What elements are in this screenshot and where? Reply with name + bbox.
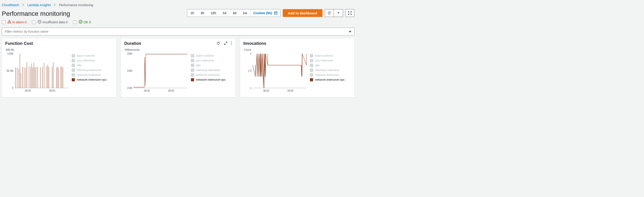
- insufficient-count: 0: [66, 20, 68, 24]
- chart-legend: bash-runtimecpu-intensiveidlememory-inte…: [310, 52, 351, 93]
- chart-card: InvocationsCount12.5406:0009:00bash-runt…: [240, 38, 354, 97]
- in-alarm-checkbox[interactable]: [2, 20, 6, 24]
- chart-refresh-button[interactable]: [216, 41, 220, 46]
- range-3d-button[interactable]: 3d: [230, 9, 240, 17]
- chart-plot[interactable]: 216k238k259k06:0009:00: [124, 52, 188, 93]
- svg-text:2.5: 2.5: [248, 69, 252, 72]
- range-1d-button[interactable]: 1d: [220, 9, 230, 17]
- ok-count: 0: [89, 20, 91, 24]
- legend-item[interactable]: network-intensive-vpc: [72, 77, 113, 82]
- legend-color-swatch: [310, 73, 313, 77]
- range-custom-label: Custom (6h): [253, 11, 272, 15]
- svg-text:216k: 216k: [127, 86, 132, 89]
- breadcrumb-level1[interactable]: Lambda Insights: [28, 3, 51, 7]
- legend-color-swatch: [310, 78, 313, 81]
- range-12h-button[interactable]: 12h: [208, 9, 220, 17]
- chart-card: DurationMilliseconds216k238k259k06:0009:…: [121, 38, 235, 97]
- svg-text:06:00: 06:00: [144, 89, 150, 92]
- legend-item[interactable]: network-intensive: [191, 72, 232, 77]
- svg-text:09:00: 09:00: [287, 89, 293, 92]
- in-alarm-count: 0: [25, 20, 27, 24]
- svg-rect-4: [275, 13, 275, 14]
- chart-plot[interactable]: 12.5406:0009:00: [244, 52, 308, 93]
- legend-item[interactable]: network-intensive: [72, 72, 113, 77]
- expand-button[interactable]: [345, 9, 354, 17]
- legend-color-swatch: [191, 69, 194, 72]
- filter-dropdown-button[interactable]: [346, 28, 354, 35]
- legend-label: cpu-intensive: [77, 59, 95, 62]
- svg-text:66.3M: 66.3M: [6, 69, 13, 72]
- chart-actions: [216, 41, 232, 46]
- legend-label: bash-runtime: [315, 54, 333, 57]
- breadcrumb: CloudWatch Lambda Insights Performance m…: [0, 0, 356, 9]
- refresh-button[interactable]: [325, 9, 334, 17]
- legend-color-swatch: [191, 59, 194, 62]
- chevron-right-icon: [22, 3, 24, 7]
- range-1h-button[interactable]: 1h: [187, 9, 197, 17]
- legend-color-swatch: [310, 64, 313, 67]
- range-1w-button[interactable]: 1w: [240, 9, 250, 17]
- range-3h-button[interactable]: 3h: [197, 9, 207, 17]
- chart-legend: bash-runtimecpu-intensiveidlememory-inte…: [72, 52, 113, 93]
- calendar-icon: [274, 11, 278, 15]
- caret-down-icon: [337, 12, 340, 14]
- add-to-dashboard-button[interactable]: Add to dashboard: [283, 9, 322, 17]
- legend-label: bash-runtime: [77, 54, 95, 57]
- svg-point-51: [231, 44, 232, 45]
- legend-item[interactable]: cpu-intensive: [72, 58, 113, 63]
- svg-rect-5: [276, 13, 276, 14]
- insufficient-checkbox[interactable]: [32, 20, 36, 24]
- legend-item[interactable]: bash-runtime: [72, 53, 113, 58]
- legend-item[interactable]: cpu-intensive: [191, 58, 232, 63]
- legend-item[interactable]: memory-intensive: [310, 68, 351, 72]
- legend-item[interactable]: cpu-intensive: [310, 58, 351, 63]
- legend-label: memory-intensive: [196, 68, 220, 72]
- insufficient-icon: [38, 20, 42, 25]
- chart-plot[interactable]: 066.3M133M06:0009:00: [5, 52, 70, 93]
- legend-color-swatch: [310, 59, 313, 62]
- legend-color-swatch: [191, 64, 194, 67]
- legend-color-swatch: [72, 78, 75, 81]
- legend-label: cpu-intensive: [315, 59, 333, 62]
- legend-item[interactable]: memory-intensive: [72, 68, 113, 72]
- breadcrumb-root[interactable]: CloudWatch: [2, 3, 19, 7]
- filter-input[interactable]: [2, 28, 346, 35]
- svg-point-50: [231, 43, 232, 43]
- legend-item[interactable]: bash-runtime: [191, 53, 232, 58]
- chart-card: Function CostMB-Ms066.3M133M06:0009:00ba…: [2, 38, 116, 97]
- legend-label: idle: [196, 64, 201, 67]
- legend-item[interactable]: network-intensive: [310, 72, 351, 77]
- expand-icon: [348, 11, 352, 15]
- legend-item[interactable]: bash-runtime: [310, 53, 351, 58]
- legend-color-swatch: [191, 73, 194, 77]
- refresh-dropdown-button[interactable]: [334, 9, 343, 17]
- svg-text:4: 4: [250, 52, 252, 55]
- range-custom-button[interactable]: Custom (6h): [250, 9, 280, 17]
- legend-label: bash-runtime: [196, 54, 214, 57]
- legend-item[interactable]: memory-intensive: [191, 68, 232, 72]
- ok-checkbox[interactable]: [73, 20, 77, 24]
- chevron-right-icon: [54, 3, 56, 7]
- legend-item[interactable]: idle: [191, 63, 232, 68]
- chart-menu-button[interactable]: [231, 41, 232, 46]
- legend-item[interactable]: idle: [72, 63, 113, 68]
- svg-text:238k: 238k: [127, 69, 132, 72]
- chart-expand-button[interactable]: [224, 41, 228, 46]
- alarm-warning-icon: [7, 20, 12, 25]
- legend-label: cpu-intensive: [196, 59, 214, 62]
- ok-icon: [78, 20, 83, 25]
- alarm-status-row: In alarm 0 Insufficient data 0 OK 0: [0, 17, 356, 25]
- legend-item[interactable]: network-intensive-vpc: [191, 77, 232, 82]
- insufficient-label: Insufficient data: [42, 20, 65, 24]
- legend-label: network-intensive: [77, 73, 101, 77]
- legend-item[interactable]: network-intensive-vpc: [310, 77, 351, 82]
- page-title: Performance monitoring: [2, 9, 70, 17]
- ok-label: OK: [84, 20, 88, 24]
- chart-title: Duration: [124, 41, 141, 46]
- legend-color-swatch: [72, 69, 75, 72]
- legend-label: network-intensive: [315, 73, 339, 77]
- svg-text:0: 0: [12, 86, 13, 89]
- chart-title: Function Cost: [5, 41, 33, 46]
- legend-item[interactable]: idle: [310, 63, 351, 68]
- legend-label: network-intensive-vpc: [77, 78, 107, 81]
